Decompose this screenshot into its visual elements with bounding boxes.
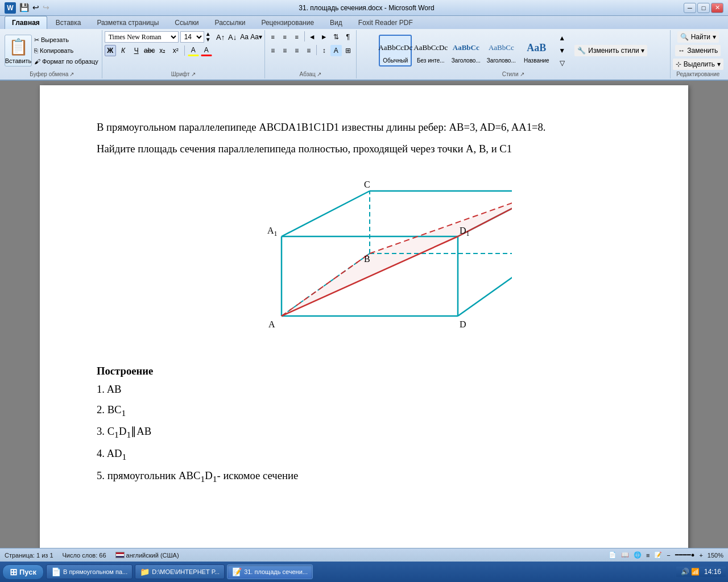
line-spacing-button[interactable]: ↕ bbox=[318, 45, 330, 56]
style-normal[interactable]: AaBbCcDc Обычный bbox=[379, 35, 412, 66]
align-justify-button[interactable]: ≡ bbox=[303, 45, 315, 56]
bold-button[interactable]: Ж bbox=[105, 45, 116, 56]
align-right-button[interactable]: ≡ bbox=[291, 45, 303, 56]
tab-mailings[interactable]: Рассылки bbox=[208, 16, 253, 29]
underline-button[interactable]: Ч bbox=[131, 45, 142, 56]
strikethrough-button[interactable]: аbc bbox=[144, 45, 155, 56]
view-mode-print[interactable]: 📄 bbox=[609, 551, 617, 559]
replace-button[interactable]: ↔ Заменить bbox=[675, 45, 721, 56]
cut-button[interactable]: ✂ Вырезать bbox=[33, 35, 100, 45]
find-button[interactable]: 🔍 Найти ▾ bbox=[677, 31, 719, 43]
grow-font-button[interactable]: A↑ bbox=[215, 31, 226, 43]
style-heading2-label: Заголово... bbox=[487, 57, 516, 64]
copy-icon: ⎘ bbox=[34, 47, 38, 54]
system-tray: 🔊 📶 bbox=[681, 568, 700, 576]
minimize-button[interactable]: ─ bbox=[684, 3, 696, 13]
font-name-row: Times New Roman 14 ▲ ▼ A↑ A↓ bbox=[105, 31, 262, 43]
problem-text-line2: Найдите площадь сечения параллелепипеда … bbox=[97, 141, 643, 157]
font-size-arrows: ▲ ▼ bbox=[204, 31, 212, 43]
styles-scroll-up[interactable]: ▲ bbox=[556, 32, 568, 44]
styles-group-content: AaBbCcDc Обычный AaBbCcDc Без инте... Aa… bbox=[379, 31, 647, 70]
construction-title: Построение bbox=[97, 365, 643, 377]
copy-button[interactable]: ⎘ Копировать bbox=[33, 45, 100, 56]
view-mode-read[interactable]: 📖 bbox=[621, 551, 629, 559]
select-button[interactable]: ⊹ Выделить ▾ bbox=[673, 59, 723, 70]
paragraph-expand-icon[interactable]: ↗ bbox=[317, 71, 321, 77]
align-left-button[interactable]: ≡ bbox=[267, 45, 279, 56]
taskbar-item-1[interactable]: 📁 D:\MOE\ИНТЕРНЕТ Р... bbox=[135, 564, 225, 579]
sort-button[interactable]: ⇅ bbox=[330, 31, 342, 43]
shrink-font-button[interactable]: A↓ bbox=[227, 31, 238, 43]
tab-foxit[interactable]: Foxit Reader PDF bbox=[351, 16, 420, 29]
superscript-button[interactable]: х² bbox=[170, 45, 181, 56]
taskbar-icon-2: 📝 bbox=[232, 567, 242, 576]
bullets-button[interactable]: ≡ bbox=[267, 31, 279, 43]
quick-access-redo[interactable]: ↪ bbox=[43, 3, 49, 13]
subscript-button[interactable]: х₂ bbox=[157, 45, 168, 56]
label-B: B bbox=[364, 254, 370, 264]
decrease-indent-button[interactable]: ◄ bbox=[307, 31, 318, 43]
tab-page-layout[interactable]: Разметка страницы bbox=[89, 16, 166, 29]
clipboard-expand-icon[interactable]: ↗ bbox=[69, 71, 74, 77]
title-bar-left: W 💾 ↩ ↪ bbox=[5, 2, 49, 14]
borders-button[interactable]: ⊞ bbox=[342, 45, 354, 56]
zoom-out-button[interactable]: − bbox=[667, 552, 670, 559]
increase-indent-button[interactable]: ► bbox=[318, 31, 330, 43]
italic-button[interactable]: К bbox=[118, 45, 129, 56]
format-painter-button[interactable]: 🖌 Формат по образцу bbox=[33, 56, 100, 66]
clipboard-group-content: 📋 Вставить ✂ Вырезать ⎘ Копировать 🖌 Фор… bbox=[5, 31, 100, 70]
taskbar-item-2[interactable]: 📝 31. площадь сечени... bbox=[227, 564, 313, 579]
numbering-button[interactable]: ≡ bbox=[279, 31, 291, 43]
tab-review[interactable]: Рецензирование bbox=[254, 16, 321, 29]
close-button[interactable]: ✕ bbox=[711, 3, 723, 13]
zoom-slider[interactable]: ━━━━● bbox=[675, 551, 695, 559]
quick-access-undo[interactable]: ↩ bbox=[32, 3, 39, 13]
style-heading1[interactable]: AaBbCc Заголово... bbox=[449, 35, 482, 66]
view-mode-web[interactable]: 🌐 bbox=[634, 551, 642, 559]
shading-button[interactable]: A bbox=[330, 45, 342, 56]
doc-wrapper[interactable]: В прямоугольном параллелепипеде ABCDA1B1… bbox=[0, 81, 728, 548]
ribbon: Главная Вставка Разметка страницы Ссылки… bbox=[0, 16, 728, 81]
style-heading2[interactable]: AaBbCc Заголово... bbox=[485, 35, 518, 66]
font-group-expand-icon[interactable]: ↗ bbox=[191, 71, 196, 77]
style-title[interactable]: AaB Название bbox=[520, 35, 553, 66]
font-name-select[interactable]: Times New Roman bbox=[105, 31, 179, 43]
construction-list: 1. AB 2. BC1 3. C1D1∥AB 4. AD1 5. прямоу… bbox=[97, 380, 643, 487]
highlight-button[interactable]: А bbox=[188, 45, 199, 56]
zoom-in-button[interactable]: + bbox=[699, 552, 702, 559]
styles-scroll-down[interactable]: ▼ bbox=[556, 45, 568, 56]
page-status: Страница: 1 из 1 bbox=[5, 552, 53, 559]
word-icon: W bbox=[5, 2, 16, 14]
language-status[interactable]: английский (США) bbox=[115, 552, 179, 559]
start-button[interactable]: ⊞ Пуск bbox=[2, 564, 44, 580]
quick-access-save[interactable]: 💾 bbox=[19, 3, 29, 13]
tab-references[interactable]: Ссылки bbox=[167, 16, 206, 29]
ribbon-content: 📋 Вставить ✂ Вырезать ⎘ Копировать 🖌 Фор… bbox=[0, 29, 728, 80]
view-mode-outline[interactable]: ≡ bbox=[646, 552, 650, 559]
clear-format-button[interactable]: Аа bbox=[239, 31, 250, 43]
font-size-decrease-btn[interactable]: ▼ bbox=[204, 37, 212, 43]
tab-home[interactable]: Главная bbox=[5, 16, 47, 29]
tab-insert[interactable]: Вставка bbox=[48, 16, 89, 29]
maximize-button[interactable]: □ bbox=[697, 3, 710, 13]
show-marks-button[interactable]: ¶ bbox=[342, 31, 354, 43]
status-bar: Страница: 1 из 1 Число слов: 66 английск… bbox=[0, 548, 728, 562]
style-normal-label: Обычный bbox=[383, 57, 408, 64]
clock: 14:16 bbox=[704, 568, 721, 576]
style-normal-preview: AaBbCcDc bbox=[378, 36, 412, 57]
font-size-select[interactable]: 14 bbox=[180, 31, 204, 43]
multilevel-list-button[interactable]: ≡ bbox=[291, 31, 303, 43]
change-case-button[interactable]: Аа▾ bbox=[251, 31, 262, 43]
view-mode-draft[interactable]: 📝 bbox=[654, 551, 662, 559]
align-center-button[interactable]: ≡ bbox=[279, 45, 291, 56]
label-D: D bbox=[460, 319, 466, 329]
style-no-spacing[interactable]: AaBbCcDc Без инте... bbox=[414, 35, 447, 66]
step-3: 3. C1D1∥AB bbox=[97, 422, 643, 443]
tab-view[interactable]: Вид bbox=[322, 16, 350, 29]
taskbar-item-0[interactable]: 📄 В прямоугольном па... bbox=[46, 564, 133, 579]
paste-button[interactable]: 📋 Вставить bbox=[5, 35, 32, 66]
styles-expand-icon[interactable]: ↗ bbox=[520, 71, 524, 77]
change-styles-button[interactable]: 🔧 Изменить стили ▾ bbox=[574, 45, 647, 56]
font-color-button[interactable]: А bbox=[201, 45, 212, 56]
styles-expand[interactable]: ▽ bbox=[556, 57, 568, 69]
